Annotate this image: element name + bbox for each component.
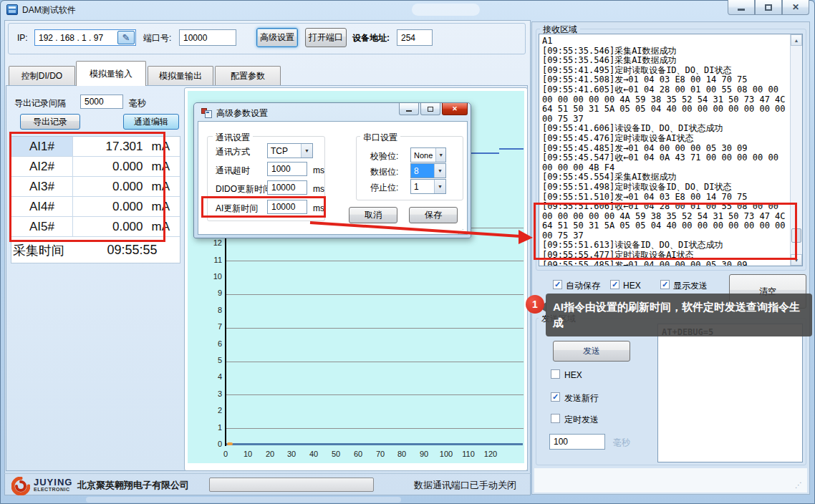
log-line: [09:55:35.546]采集AI数据成功 <box>542 56 787 66</box>
value-cell: 0.000mA <box>73 160 180 174</box>
dialog-maximize-button[interactable] <box>420 103 440 115</box>
tab-label: 配置参数 <box>231 72 265 80</box>
x-tick: 90 <box>420 450 428 458</box>
receive-log-area[interactable]: A1 [09:55:35.546]采集AI数据成功 [09:55:35.546]… <box>539 34 803 266</box>
x-tick: 40 <box>309 450 318 458</box>
app-icon <box>6 4 18 15</box>
table-row[interactable]: AI1# 17.301mA <box>11 137 180 157</box>
autosave-checkbox[interactable] <box>553 280 562 289</box>
cancel-button[interactable]: 取消 <box>349 207 397 223</box>
device-addr-label: 设备地址: <box>352 34 390 42</box>
rx-hex-checkbox[interactable] <box>610 280 619 289</box>
table-row[interactable]: AI4# 0.000mA <box>11 197 180 217</box>
timeout-input[interactable]: 1000 <box>267 162 307 176</box>
log-scrollbar[interactable]: ▲ ▼ <box>790 34 802 266</box>
y-tick: 0 <box>203 440 222 448</box>
annotation-badge-number: 1 <box>532 299 538 310</box>
newline-checkbox[interactable] <box>551 392 560 402</box>
send-interval-input[interactable]: 100 <box>549 434 605 450</box>
port-input[interactable]: 10000 <box>179 29 236 46</box>
scroll-thumb[interactable] <box>791 228 801 243</box>
stopbits-label: 停止位: <box>370 183 398 192</box>
tab-label: 模拟量输入 <box>90 69 132 78</box>
send-button[interactable]: 发送 <box>553 341 630 362</box>
series-ai1-segment <box>499 148 524 150</box>
ip-edit-button[interactable]: ✎ <box>117 31 135 44</box>
y-tick: 7 <box>203 322 222 331</box>
timed-send-checkbox[interactable] <box>551 414 560 423</box>
log-line: [09:55:41.508]发→01 04 03 E8 00 14 70 75 <box>542 75 787 85</box>
juying-logo-icon <box>11 477 30 495</box>
tx-hex-checkbox[interactable] <box>551 369 560 379</box>
ip-value: 192 . 168 . 1 . 97 <box>39 33 103 43</box>
table-row[interactable]: AI3# 0.000mA <box>11 177 180 197</box>
chevron-down-icon: ▼ <box>301 144 312 158</box>
maximize-button[interactable] <box>755 0 782 15</box>
send-interval-unit: 毫秒 <box>613 438 630 447</box>
bottom-blur-blob <box>86 497 401 503</box>
databits-dropdown[interactable]: 8 ▼ <box>410 163 446 178</box>
table-row[interactable]: AI2# 0.000mA <box>11 157 180 177</box>
y-tick: 6 <box>203 339 222 348</box>
save-label: 保存 <box>425 209 442 221</box>
tab-label: 控制DI/DO <box>21 72 62 80</box>
scroll-down-button[interactable]: ▼ <box>791 254 802 266</box>
dialog-minimize-button[interactable] <box>399 103 419 115</box>
device-addr-value: 254 <box>401 33 415 43</box>
logo-bottom-text: ELECTRONIC <box>34 487 72 493</box>
comm-mode-label: 通讯方式 <box>216 147 250 156</box>
export-interval-value: 5000 <box>85 97 104 107</box>
comm-mode-dropdown[interactable]: TCP ▼ <box>267 143 313 158</box>
channel-cell: AI5# <box>11 217 73 236</box>
parity-dropdown[interactable]: None ▼ <box>410 147 446 163</box>
newline-label: 发送新行 <box>564 394 599 402</box>
send-textarea[interactable]: AT+DEBUG=5 <box>657 324 803 462</box>
open-port-label: 打开端口 <box>309 32 343 44</box>
show-send-checkbox[interactable] <box>660 280 670 289</box>
tab-analog-input-active[interactable]: 模拟量输入 <box>76 61 146 86</box>
export-interval-input[interactable]: 5000 <box>80 94 123 109</box>
x-tick: 50 <box>332 450 340 458</box>
tab-control-di-do[interactable]: 控制DI/DO <box>9 66 75 85</box>
log-line: [09:55:55.485]发→01 04 00 00 00 05 30 09 <box>542 261 787 266</box>
timed-send-label: 定时发送 <box>564 415 599 424</box>
ai-table: AI1# 17.301mA AI2# 0.000mA AI3# 0.000mA … <box>11 136 180 263</box>
scroll-up-button[interactable]: ▲ <box>791 34 802 46</box>
advanced-settings-label: 高级设置 <box>260 32 294 44</box>
gridline <box>226 328 524 329</box>
table-row[interactable]: AI5# 0.000mA <box>11 217 180 237</box>
minimize-icon <box>406 110 412 112</box>
dialog-resize-grip[interactable]: ⋰ <box>458 229 465 235</box>
y-tick: 2 <box>203 406 222 415</box>
annotation-tooltip: AI指令由设置的刷新时间，软件定时发送查询指令生成 <box>546 294 812 336</box>
port-label: 端口号: <box>143 34 171 42</box>
ai-update-input[interactable]: 10000 <box>267 200 307 214</box>
ai-update-value: 10000 <box>271 202 295 212</box>
dido-input[interactable]: 10000 <box>267 180 307 195</box>
x-tick: 110 <box>462 450 475 458</box>
close-button[interactable]: ✕ <box>782 0 809 15</box>
export-record-button[interactable]: 导出记录 <box>20 114 80 130</box>
advanced-settings-button[interactable]: 高级设置 <box>256 28 298 47</box>
autosave-label: 自动保存 <box>566 281 600 290</box>
save-button[interactable]: 保存 <box>409 207 458 223</box>
panel-resize-grip[interactable]: ⋰ <box>795 481 805 491</box>
pencil-icon: ✎ <box>122 32 130 43</box>
tab-analog-output[interactable]: 模拟量输出 <box>148 66 213 85</box>
log-line: [09:55:41.606]读设备ID、DO、DI状态成功 <box>542 124 787 134</box>
dido-label: DIDO更新时间 <box>216 185 271 193</box>
y-tick: 5 <box>203 356 222 364</box>
gridline <box>226 428 524 429</box>
stopbits-dropdown[interactable]: 1 ▼ <box>410 179 446 194</box>
dialog-close-button[interactable]: ✕ <box>442 103 468 115</box>
databits-label: 数据位: <box>370 168 398 176</box>
y-tick: 3 <box>203 389 222 398</box>
minimize-button[interactable] <box>728 0 755 15</box>
open-port-button[interactable]: 打开端口 <box>305 28 347 47</box>
channel-edit-button[interactable]: 通道编辑 <box>123 114 179 130</box>
tab-config-params[interactable]: 配置参数 <box>215 66 281 85</box>
gridline <box>226 362 524 362</box>
dialog-icon <box>201 108 211 117</box>
annotation-tooltip-text: AI指令由设置的刷新时间，软件定时发送查询指令生成 <box>553 299 805 331</box>
device-addr-input[interactable]: 254 <box>397 29 433 46</box>
